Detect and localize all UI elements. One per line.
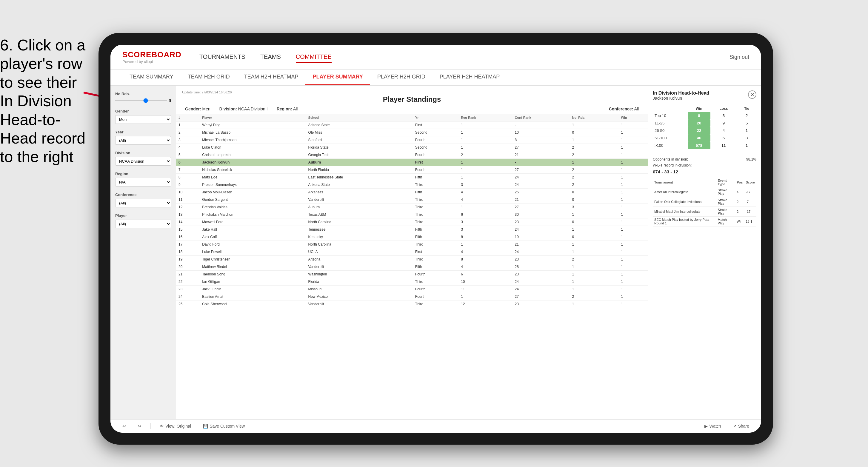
table-row[interactable]: 22 Ian Gilligan Florida Third 10 24 1 1 <box>176 278 648 286</box>
col-school: School <box>306 114 413 121</box>
cell-player: Nicholas Gabrelick <box>200 166 306 174</box>
table-row[interactable]: 5 Christo Lamprecht Georgia Tech Fourth … <box>176 151 648 159</box>
region-label: Region <box>115 172 171 176</box>
table-row[interactable]: 20 Matthew Riedel Vanderbilt Fifth 4 28 … <box>176 263 648 271</box>
nav-tournaments[interactable]: TOURNAMENTS <box>199 52 245 63</box>
sign-out-btn[interactable]: Sign out <box>730 54 749 60</box>
cell-player: Luke Claton <box>200 144 306 151</box>
sidebar: No Rds. 6 Gender Men Year (All) <box>111 86 176 419</box>
cell-rds: 0 <box>570 234 619 241</box>
table-row[interactable]: 24 Bastien Amat New Mexico Fourth 1 27 2… <box>176 293 648 301</box>
h2h-row: >100 578 11 1 <box>653 142 756 149</box>
cell-conf: 27 <box>513 204 570 211</box>
cell-num: 22 <box>176 278 200 286</box>
cell-player: Jack Lundin <box>200 286 306 293</box>
tab-player-h2h-grid[interactable]: PLAYER H2H GRID <box>370 69 433 85</box>
col-player: Player <box>200 114 306 121</box>
t-col-score: Score <box>744 178 756 187</box>
undo-btn[interactable]: ↩ <box>119 423 129 430</box>
year-select[interactable]: (All) <box>115 136 171 145</box>
tournament-table: Tournament Event Type Pos Score Amer Ari… <box>653 178 756 226</box>
cell-rds: 1 <box>570 278 619 286</box>
col-num: # <box>176 114 200 121</box>
h2h-loss: 11 <box>710 142 737 149</box>
cell-rds: 2 <box>570 293 619 301</box>
table-row[interactable]: 13 Phichaksn Maichon Texas A&M Third 6 3… <box>176 211 648 218</box>
nav-items: TOURNAMENTS TEAMS COMMITTEE <box>199 52 730 63</box>
table-row[interactable]: 15 Jake Hall Tennessee Fifth 3 24 1 1 <box>176 226 648 234</box>
cell-player: David Ford <box>200 241 306 248</box>
cell-win: 1 <box>618 234 648 241</box>
cell-num: 5 <box>176 151 200 159</box>
table-row[interactable]: 11 Gordon Sargent Vanderbilt Third 4 21 … <box>176 196 648 204</box>
table-row[interactable]: 16 Alex Goff Kentucky Fifth 8 19 0 1 <box>176 234 648 241</box>
table-row[interactable]: 7 Nicholas Gabrelick North Florida Fourt… <box>176 166 648 174</box>
region-select[interactable]: N/A <box>115 178 171 187</box>
cell-conf: 24 <box>513 278 570 286</box>
cell-school: Georgia Tech <box>306 151 413 159</box>
no-rds-value: 6 <box>168 98 171 103</box>
cell-school: Arizona State <box>306 121 413 129</box>
cell-win: 1 <box>618 181 648 189</box>
h2h-col-win: Win <box>688 105 710 112</box>
toolbar-sep-1 <box>150 423 151 429</box>
h2h-header-row: In Division Head-to-Head Jackson Koivun … <box>653 90 756 104</box>
table-row[interactable]: 12 Brendan Valdes Auburn Third 1 27 3 1 <box>176 204 648 211</box>
gender-select[interactable]: Men <box>115 115 171 124</box>
cell-player: Jake Hall <box>200 226 306 234</box>
table-row[interactable]: 25 Cole Sherwood Vanderbilt Third 12 23 … <box>176 301 648 308</box>
division-select[interactable]: NCAA Division I <box>115 157 171 166</box>
cell-num: 23 <box>176 286 200 293</box>
table-row[interactable]: 2 Michael La Sasso Ole Miss Second 1 10 … <box>176 129 648 136</box>
cell-rds: 1 <box>570 211 619 218</box>
cell-conf: 21 <box>513 151 570 159</box>
player-select[interactable]: (All) <box>115 220 171 228</box>
cell-conf: 24 <box>513 174 570 181</box>
view-original-btn[interactable]: 👁 View: Original <box>157 423 194 430</box>
redo-btn[interactable]: ↪ <box>135 423 145 430</box>
conference-select[interactable]: (All) <box>115 199 171 208</box>
table-row[interactable]: 14 Maxwell Ford North Carolina Third 3 2… <box>176 218 648 226</box>
region-filter: Region: All <box>277 106 298 111</box>
tab-team-h2h-heatmap[interactable]: TEAM H2H HEATMAP <box>237 69 306 85</box>
table-row[interactable]: 1 Wenyi Ding Arizona State First 1 - 1 1 <box>176 121 648 129</box>
h2h-tie: 5 <box>737 119 756 127</box>
cell-yr: Second <box>413 144 459 151</box>
table-row[interactable]: 9 Preston Summerhays Arizona State Third… <box>176 181 648 189</box>
cell-conf: 23 <box>513 301 570 308</box>
sidebar-year-section: Year (All) <box>115 130 171 145</box>
tab-player-h2h-heatmap[interactable]: PLAYER H2H HEATMAP <box>433 69 507 85</box>
tab-team-h2h-grid[interactable]: TEAM H2H GRID <box>181 69 237 85</box>
table-row[interactable]: 10 Jacob Mou-Olesen Arkansas Fifth 4 25 … <box>176 189 648 196</box>
nav-teams[interactable]: TEAMS <box>260 52 281 63</box>
table-row[interactable]: 4 Luke Claton Florida State Second 1 27 … <box>176 144 648 151</box>
table-row[interactable]: 21 Taehoon Song Washington Fourth 6 23 1… <box>176 271 648 278</box>
table-row[interactable]: 8 Mats Ege East Tennessee State Fifth 1 … <box>176 174 648 181</box>
h2h-range: >100 <box>653 142 688 149</box>
watch-btn[interactable]: ▶ Watch <box>702 423 724 430</box>
table-row[interactable]: 23 Jack Lundin Missouri Fourth 11 24 1 1 <box>176 286 648 293</box>
tab-team-summary[interactable]: TEAM SUMMARY <box>122 69 181 85</box>
cell-conf: 21 <box>513 196 570 204</box>
cell-conf: 30 <box>513 211 570 218</box>
cell-win: 1 <box>618 271 648 278</box>
tab-player-summary[interactable]: PLAYER SUMMARY <box>305 69 370 85</box>
h2h-close-btn[interactable]: ✕ <box>748 90 756 99</box>
table-row[interactable]: 6 Jackson Koivun Auburn First 1 - 1 1 <box>176 159 648 166</box>
no-rds-slider[interactable] <box>115 100 167 101</box>
table-row[interactable]: 3 Michael Thorbjornsen Stanford Fourth 1… <box>176 136 648 144</box>
table-row[interactable]: 18 Luke Powell UCLA First 4 24 1 1 <box>176 248 648 256</box>
opp-label: Opponents in division: <box>653 157 688 161</box>
save-custom-btn[interactable]: 💾 Save Custom View <box>200 423 248 430</box>
cell-rds: 1 <box>570 241 619 248</box>
cell-school: Vanderbilt <box>306 301 413 308</box>
table-row[interactable]: 19 Tiger Christensen Arizona Third 8 23 … <box>176 256 648 263</box>
table-row[interactable]: 17 David Ford North Carolina Third 1 21 … <box>176 241 648 248</box>
share-btn[interactable]: ↗ Share <box>730 423 752 430</box>
cell-yr: Fourth <box>413 166 459 174</box>
logo-area: SCOREBOARD Powered by clippi <box>122 50 182 64</box>
cell-reg: 1 <box>459 293 512 301</box>
cell-reg: 8 <box>459 234 512 241</box>
cell-reg: 4 <box>459 248 512 256</box>
nav-committee[interactable]: COMMITTEE <box>296 52 332 63</box>
